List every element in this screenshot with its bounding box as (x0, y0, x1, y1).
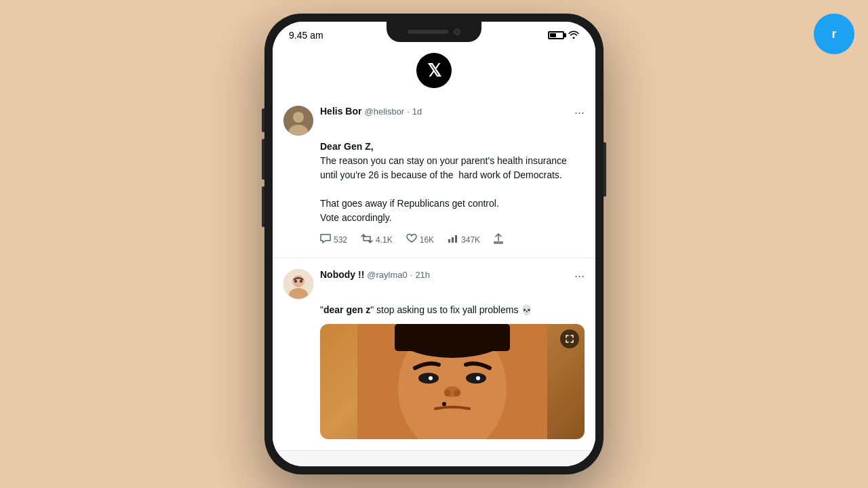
svg-text:r: r (831, 27, 836, 41)
notch-pill (408, 30, 448, 34)
tweet-2-image (320, 324, 585, 439)
battery-icon (548, 31, 564, 39)
like-count: 16K (420, 235, 434, 245)
svg-point-25 (442, 402, 446, 406)
svg-rect-5 (448, 239, 450, 243)
tweet-1-actions: 532 4.1K 16K (320, 233, 585, 247)
tweet-1-author-handle: @helisbor (364, 106, 404, 117)
views-count: 347K (461, 235, 480, 245)
tweet-2-author-handle: @raylma0 (367, 270, 407, 280)
volume-down-button[interactable] (262, 186, 264, 227)
feed-content[interactable]: Helis Bor @helisbor · 1d ··· Dear Gen Z,… (273, 95, 595, 466)
svg-rect-7 (455, 235, 457, 243)
reply-icon (320, 234, 331, 246)
svg-rect-6 (452, 237, 454, 243)
x-logo-text: 𝕏 (427, 62, 441, 79)
tweet-2-body: "dear gen z" stop asking us to fix yall … (320, 303, 585, 317)
views-action[interactable]: 347K (448, 234, 480, 246)
views-icon (448, 234, 458, 246)
tweet-1-meta: Helis Bor @helisbor · 1d (320, 106, 568, 117)
retweet-count: 4.1K (376, 235, 393, 245)
tweet-1-time: · (407, 106, 410, 117)
retweet-action[interactable]: 4.1K (361, 234, 393, 246)
x-logo-circle: 𝕏 (416, 53, 452, 88)
tweet-card-2: Nobody !! @raylma0 · 21h ··· "dear gen z… (273, 258, 595, 451)
power-button[interactable] (604, 142, 606, 197)
tweet-1-body: Dear Gen Z, The reason you can stay on y… (320, 140, 585, 225)
share-action[interactable] (494, 233, 503, 247)
svg-point-12 (300, 280, 302, 283)
status-icons (548, 30, 579, 41)
retweet-icon (361, 234, 373, 246)
notch-camera (454, 28, 460, 35)
svg-point-20 (429, 376, 433, 380)
like-action[interactable]: 16K (406, 234, 434, 246)
like-icon (406, 234, 417, 246)
tweet-1-more-button[interactable]: ··· (574, 106, 585, 120)
phone-screen: 9.45 am 𝕏 (273, 22, 595, 466)
tweet-2-author-name: Nobody !! (320, 269, 364, 280)
reply-count: 532 (334, 235, 347, 245)
status-time: 9.45 am (289, 30, 323, 41)
svg-rect-17 (395, 324, 510, 351)
share-icon (494, 233, 503, 247)
reply-action[interactable]: 532 (320, 234, 347, 246)
tweet-2-body-text: "dear gen z" stop asking us to fix yall … (320, 304, 532, 315)
volume-mute-button[interactable] (262, 108, 264, 132)
tweet-2-time-sep: · (410, 270, 413, 280)
tweet-2-meta: Nobody !! @raylma0 · 21h (320, 269, 568, 280)
tweet-card-1: Helis Bor @helisbor · 1d ··· Dear Gen Z,… (273, 95, 595, 258)
tweet-2-more-button[interactable]: ··· (574, 269, 585, 283)
brand-logo[interactable]: r (814, 14, 854, 54)
tweet-1-author-name: Helis Bor (320, 106, 361, 117)
cartoon-face-svg (320, 324, 585, 439)
svg-point-9 (292, 275, 304, 287)
svg-point-24 (454, 390, 460, 396)
avatar-2 (283, 269, 313, 299)
tweet-1-body-bold: Dear Gen Z, (320, 141, 374, 152)
volume-up-button[interactable] (262, 139, 264, 180)
expand-image-button[interactable] (560, 329, 579, 348)
x-logo-area: 𝕏 (273, 46, 595, 95)
tweet-1-time-value: 1d (412, 106, 422, 117)
svg-point-21 (476, 376, 480, 380)
tweet-2-image-container[interactable] (320, 324, 585, 439)
svg-point-11 (294, 280, 297, 283)
svg-point-3 (293, 112, 304, 123)
notch (387, 22, 481, 42)
svg-point-23 (444, 390, 451, 396)
avatar-1 (283, 106, 313, 136)
status-bar: 9.45 am (273, 22, 595, 46)
wifi-icon (568, 30, 579, 41)
tweet-1-body-text: The reason you can stay on your parent's… (320, 154, 585, 225)
tweet-2-time-value: 21h (415, 270, 430, 280)
phone-frame: 9.45 am 𝕏 (264, 14, 604, 474)
